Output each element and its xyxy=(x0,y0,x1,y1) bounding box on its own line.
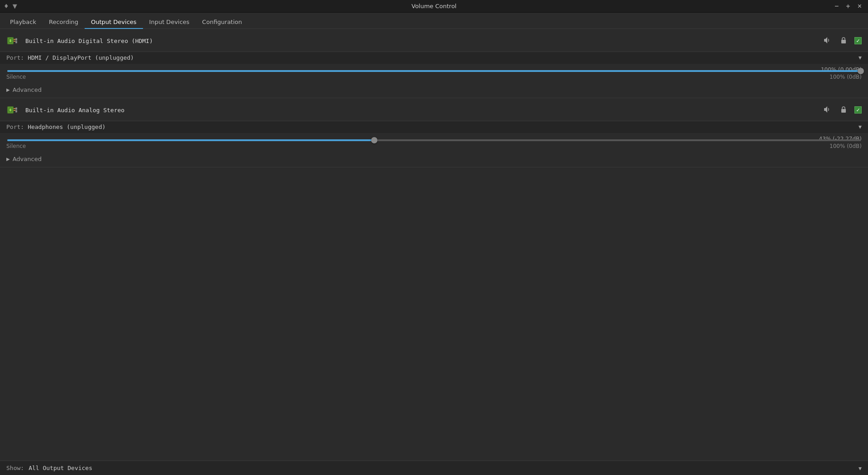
hdmi-label-silence: Silence xyxy=(6,74,26,80)
analog-label-silence: Silence xyxy=(6,143,26,149)
device-hdmi-card: Built-in Audio Digital Stereo (HDMI) xyxy=(0,29,868,98)
hdmi-label-max: 100% (0dB) xyxy=(830,74,862,80)
svg-point-22 xyxy=(15,110,17,112)
lock-icon xyxy=(840,37,847,44)
tab-recording[interactable]: Recording xyxy=(43,16,85,29)
hdmi-slider-fill xyxy=(7,70,861,72)
hdmi-slider-labels: Silence 100% (0dB) xyxy=(6,72,862,83)
device-hdmi-header-left: Built-in Audio Digital Stereo (HDMI) xyxy=(6,33,153,48)
analog-advanced-arrow: ▶ xyxy=(6,157,10,162)
device-analog-name: Built-in Audio Analog Stereo xyxy=(25,107,124,114)
speaker-icon-analog xyxy=(823,105,831,114)
svg-rect-11 xyxy=(841,40,846,43)
svg-point-9 xyxy=(15,38,17,40)
tab-playback[interactable]: Playback xyxy=(4,16,43,29)
speaker-icon xyxy=(823,36,831,44)
analog-port-value: Headphones (unplugged) xyxy=(28,124,858,130)
svg-rect-7 xyxy=(14,41,15,42)
bottom-bar: Show: All Output Devices ▾ xyxy=(0,461,868,475)
analog-enable-checkbox[interactable] xyxy=(854,106,862,114)
device-hdmi-header: Built-in Audio Digital Stereo (HDMI) xyxy=(0,29,868,52)
hdmi-advanced-row[interactable]: ▶ Advanced xyxy=(0,85,868,98)
hdmi-port-value: HDMI / DisplayPort (unplugged) xyxy=(28,54,858,61)
device-hdmi-volume-row: 100% (0.00dB) Silence 100% (0dB) xyxy=(0,64,868,85)
device-hdmi-name: Built-in Audio Digital Stereo (HDMI) xyxy=(25,38,153,44)
device-analog-header: Built-in Audio Analog Stereo xyxy=(0,98,868,121)
device-analog-volume-row: 43% (-22.27dB) Silence 100% (0dB) xyxy=(0,133,868,154)
show-value: All Output Devices xyxy=(29,465,854,471)
audio-icon-hdmi xyxy=(6,33,21,48)
hdmi-slider-track[interactable] xyxy=(7,70,861,72)
maximize-button[interactable]: + xyxy=(843,2,853,11)
analog-slider-labels: Silence 100% (0dB) xyxy=(6,141,862,152)
device-analog-card: Built-in Audio Analog Stereo xyxy=(0,98,868,167)
resize-icon: ▼ xyxy=(13,3,17,10)
device-hdmi-port-row: Port: HDMI / DisplayPort (unplugged) ▾ xyxy=(0,52,868,64)
analog-slider-container xyxy=(6,139,862,141)
svg-rect-5 xyxy=(10,39,11,42)
analog-slider-thumb[interactable] xyxy=(371,137,377,143)
close-button[interactable]: × xyxy=(855,2,864,11)
svg-point-21 xyxy=(15,108,17,109)
analog-mute-button[interactable] xyxy=(821,104,833,116)
hdmi-port-dropdown-icon[interactable]: ▾ xyxy=(858,54,862,61)
svg-rect-23 xyxy=(841,109,846,113)
titlebar-left: ♦ ▼ xyxy=(4,3,17,10)
svg-point-10 xyxy=(15,41,17,43)
titlebar-controls: − + × xyxy=(832,2,864,11)
hdmi-enable-checkbox[interactable] xyxy=(854,37,862,44)
tab-output-devices[interactable]: Output Devices xyxy=(85,16,143,29)
navbar: Playback Recording Output Devices Input … xyxy=(0,13,868,29)
tab-configuration[interactable]: Configuration xyxy=(196,16,248,29)
analog-label-max: 100% (0dB) xyxy=(830,143,862,149)
analog-slider-track[interactable] xyxy=(7,139,861,141)
hdmi-advanced-label: Advanced xyxy=(13,86,42,93)
analog-advanced-label: Advanced xyxy=(13,156,42,162)
audio-icon-analog xyxy=(6,103,21,117)
analog-port-label: Port: xyxy=(6,124,24,130)
hdmi-slider-container xyxy=(6,70,862,72)
tab-input-devices[interactable]: Input Devices xyxy=(143,16,196,29)
svg-rect-6 xyxy=(14,39,15,40)
hdmi-mute-button[interactable] xyxy=(821,35,833,47)
device-analog-header-left: Built-in Audio Analog Stereo xyxy=(6,103,124,117)
titlebar-title: Volume Control xyxy=(411,3,456,10)
svg-rect-18 xyxy=(14,108,15,109)
lock-icon-analog xyxy=(840,106,847,113)
svg-rect-19 xyxy=(14,110,15,111)
show-dropdown-icon[interactable]: ▾ xyxy=(858,465,862,472)
svg-rect-17 xyxy=(10,109,11,111)
analog-slider-fill xyxy=(7,139,374,141)
device-analog-controls xyxy=(821,104,862,116)
titlebar: ♦ ▼ Volume Control − + × xyxy=(0,0,868,13)
device-hdmi-controls xyxy=(821,35,862,47)
minimize-button[interactable]: − xyxy=(832,2,841,11)
app-icon: ♦ xyxy=(4,3,9,10)
analog-port-dropdown-icon[interactable]: ▾ xyxy=(858,123,862,130)
analog-lock-button[interactable] xyxy=(838,105,849,115)
hdmi-port-label: Port: xyxy=(6,54,24,61)
device-analog-port-row: Port: Headphones (unplugged) ▾ xyxy=(0,121,868,133)
analog-advanced-row[interactable]: ▶ Advanced xyxy=(0,154,868,167)
hdmi-lock-button[interactable] xyxy=(838,36,849,46)
hdmi-slider-thumb[interactable] xyxy=(858,68,864,74)
show-label: Show: xyxy=(6,465,24,471)
hdmi-advanced-arrow: ▶ xyxy=(6,87,10,92)
devices-content: Built-in Audio Digital Stereo (HDMI) xyxy=(0,29,868,461)
